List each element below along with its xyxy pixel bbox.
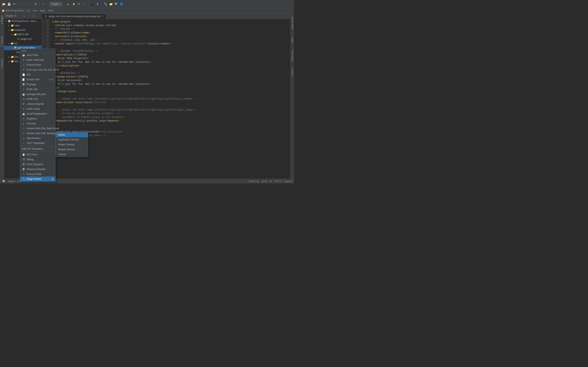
breadcrumb-com[interactable]: com (33, 9, 37, 12)
project-settings-icon[interactable]: ⚙ (15, 15, 22, 17)
undo-icon[interactable]: ↩ (42, 2, 45, 6)
ctx-resource-bundle[interactable]: 📦 Resource Bundle (20, 167, 55, 172)
device-icon[interactable]: 📱 (90, 2, 94, 6)
forward-icon[interactable]: → (26, 2, 30, 6)
tree-item-idea[interactable]: ▸ 📁 .idea (4, 23, 42, 28)
submenu-module-service[interactable]: Module Service (56, 147, 88, 152)
tree-arrow-metainf: ▾ (11, 33, 13, 36)
stop-icon[interactable]: ⬛ (82, 2, 86, 6)
tree-item-metainf[interactable]: ▾ 📁 META-INF (4, 32, 42, 37)
submenu-theme[interactable]: Theme (56, 152, 88, 157)
run-button[interactable]: Plugin ▾ (49, 2, 62, 6)
ctx-groovy-script[interactable]: G Groovy Script (20, 172, 55, 176)
breadcrumb: 🏠 IDEAPluginDemo › src › com › study › d… (0, 8, 294, 13)
html-icon: H (22, 98, 25, 101)
ctx-edit-templates[interactable]: Edit File Templates... (20, 147, 55, 151)
tree-item-src[interactable]: ▾ 📂 src (4, 41, 42, 46)
code-line-2: <id>com.your.company.unique.plugin.id</i… (52, 24, 289, 27)
submenu-app-service[interactable]: Application Service (56, 137, 88, 142)
code-line-18: It's just for fun. But it has to ask for… (52, 82, 289, 86)
project-expand-icon[interactable]: ═ (23, 15, 31, 17)
tree-item-resources[interactable]: ▾ 📁 resources (4, 28, 42, 32)
xslt-icon: X (22, 142, 25, 145)
settings-icon[interactable]: 🔧 (104, 2, 108, 6)
toolbar-sep-3 (39, 2, 40, 6)
maven-panel[interactable]: Maven (291, 35, 294, 44)
layout-icon[interactable]: ☰ (34, 2, 38, 6)
ctx-gradle-build[interactable]: G Gradle Kotlin DSL Build Script (20, 126, 55, 131)
ctx-javafx[interactable]: ☕ JavaFXApplication (20, 111, 55, 116)
breadcrumb-home[interactable]: 🏠 IDEAPluginDemo (2, 9, 24, 12)
ctx-concept[interactable]: ● Concept (20, 121, 55, 126)
breadcrumb-root[interactable]: IDEAPluginDemo (5, 9, 24, 12)
tree-label-root: IDEAPluginDemo ~/java/demo/IDEAPlugi... (11, 20, 38, 22)
ctx-package-info[interactable]: ☕ package-info.java (20, 92, 55, 97)
ctx-gradle-settings[interactable]: G Gradle Kotlin DSL Settings (20, 131, 55, 136)
singleton-icon: S (22, 117, 25, 120)
ctx-plugin-devkit-label: Plugin DevKit (26, 178, 41, 180)
editor-tab-pluginxml[interactable]: 🗒 plugin.xml (com.your.company.unique.pl… (42, 13, 106, 19)
jelastic-icon[interactable]: 🐱 (2, 179, 6, 183)
ctx-kotlin-class[interactable]: K Kotlin File/Class (20, 58, 55, 62)
structure-tab[interactable]: Z-Structure (0, 57, 3, 70)
editor-tabs: 🗒 plugin.xml (com.your.company.unique.pl… (42, 13, 290, 19)
play-icon[interactable]: ▶ (66, 2, 70, 6)
reload-icon[interactable]: ⟳ (77, 2, 81, 6)
ctx-editorconfig[interactable]: ⚙ .editorconfig file (20, 101, 55, 106)
tree-item-root[interactable]: ▾ 🏠 IDEAPluginDemo ~/java/demo/IDEAPlugi… (4, 19, 42, 23)
sync-icon[interactable]: ⟳ (12, 2, 16, 6)
deploy-icon[interactable]: ⬇ (95, 2, 100, 6)
ctx-fxml[interactable]: F FXML File (20, 87, 55, 92)
ctx-gui-form[interactable]: 📋 GUI Form (20, 152, 55, 157)
code-line-25: <!-- please see http://www.jetbrains.org… (52, 108, 289, 112)
sdk-icon[interactable]: 📁 (109, 2, 113, 6)
ctx-singleton[interactable]: S Singleton (20, 116, 55, 121)
restservices-panel[interactable]: RestServices (291, 49, 294, 63)
ctx-kotlin-script[interactable]: K Kotlin Script (20, 106, 55, 111)
ctx-xslt[interactable]: X XSLT Stylesheet (20, 141, 55, 146)
ctx-form-snapshot[interactable]: 📸 Form Snapshot (20, 162, 55, 167)
ctx-plugin-devkit[interactable]: 🔧 Plugin DevKit ▸ (20, 176, 55, 182)
breadcrumb-src[interactable]: src (27, 9, 30, 12)
project-close-icon[interactable]: — (32, 15, 40, 17)
tree-item-pluginxml[interactable]: 🗒 plugin.xml (4, 37, 42, 41)
code-line-24 (52, 104, 289, 108)
ctx-scratch-file[interactable]: 📝 Scratch File ⌥⇧N (20, 77, 55, 82)
tab-close-button[interactable]: ✕ (102, 15, 103, 17)
folder-icon-ext: 📁 (11, 55, 14, 58)
ctx-groovy-class[interactable]: G Groovy Class (20, 62, 55, 67)
ctx-java-class[interactable]: ☕ Java Class (20, 53, 55, 58)
ctx-package[interactable]: 📦 Package (20, 82, 55, 87)
ctx-file[interactable]: 📄 File (20, 72, 55, 77)
context-menu-new: New ☕ Java Class K Kotlin File/Class G G… (20, 49, 56, 182)
ctx-dialog[interactable]: 🗔 Dialog (20, 157, 55, 162)
breadcrumb-demo[interactable]: demo (48, 9, 54, 12)
ctx-kotlin-json[interactable]: K Kotlin data class File from JSON (20, 67, 55, 72)
code-line-8 (52, 46, 289, 49)
build-icon[interactable]: ⚡ (72, 2, 76, 6)
code-line-17: First Version<br> (52, 79, 289, 82)
ctx-scratch-label: Scratch File (26, 78, 39, 81)
open-icon[interactable]: 📂 (2, 2, 6, 6)
ctx-specification[interactable]: S Specification (20, 136, 55, 141)
profile-icon[interactable]: 🔵 (120, 2, 123, 6)
ctx-html[interactable]: H HTML File (20, 97, 55, 101)
favorites-tab[interactable]: 2: Favorites (0, 34, 3, 48)
back-icon[interactable]: ← (20, 2, 24, 6)
breadcrumb-sep-2: › (31, 9, 32, 12)
ant-build-panel[interactable]: Ant Build (291, 67, 294, 78)
submenu-theme-label: Theme (58, 153, 66, 156)
submenu-project-service[interactable]: Project Service (56, 142, 88, 147)
code-line-29: --> (52, 123, 289, 126)
breadcrumb-study[interactable]: study (40, 9, 45, 12)
tree-label-pluginxml: plugin.xml (21, 38, 32, 40)
tree-arrow-package: ▾ (11, 47, 13, 49)
event-log-button[interactable]: Event Log (249, 180, 259, 183)
save-icon[interactable]: 💾 (7, 2, 11, 6)
run-dropdown-arrow[interactable]: ▾ (59, 3, 60, 5)
project-tab[interactable]: 1: Project (0, 14, 3, 26)
folder-icon-root: 🏠 (8, 19, 11, 23)
mango-explorer-panel[interactable]: Mango Explorer (291, 15, 294, 31)
search-icon[interactable]: 🔍 (114, 2, 118, 6)
submenu-action[interactable]: Action (56, 132, 88, 137)
